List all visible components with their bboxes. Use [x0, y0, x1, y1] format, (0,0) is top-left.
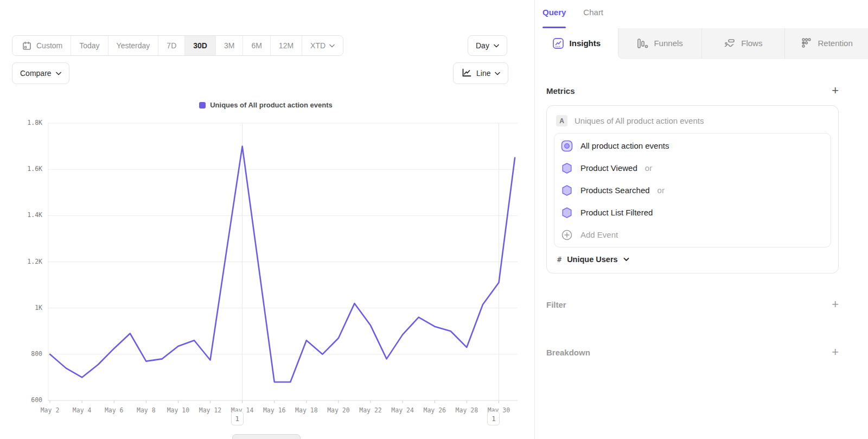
view-tabs: QueryChart: [535, 0, 868, 28]
tab-flows[interactable]: Flows: [701, 28, 785, 59]
add-metric-button[interactable]: +: [832, 85, 839, 97]
add-breakdown-button[interactable]: +: [832, 346, 839, 358]
y-axis-tick-label: 1.8K: [12, 119, 42, 126]
line-chart[interactable]: 1.8K1.6K1.4K1.2K1K800600May 2May 4May 6M…: [12, 120, 528, 435]
event-label: Products Searched: [580, 186, 650, 195]
chevron-down-icon: [329, 44, 335, 48]
retention-icon: [801, 37, 813, 49]
tab-retention[interactable]: Retention: [784, 28, 868, 59]
series-label: Uniques of All product action events: [575, 116, 704, 125]
y-axis-tick-label: 600: [12, 396, 42, 404]
date-range-custom[interactable]: Custom: [12, 36, 71, 55]
date-range-3m[interactable]: 3M: [215, 36, 242, 55]
plus-circle-icon: [561, 229, 573, 241]
horizontal-scrollbar[interactable]: [232, 434, 301, 439]
event-row[interactable]: All product action events: [554, 135, 831, 157]
date-range-label: 12M: [279, 41, 293, 50]
date-range-12m[interactable]: 12M: [270, 36, 302, 55]
query-panel: QueryChart InsightsFunnelsFlowsRetention…: [534, 0, 868, 439]
legend-label: Uniques of All product action events: [210, 101, 333, 109]
tab-query[interactable]: Query: [542, 8, 566, 28]
chevron-down-icon: [495, 72, 500, 75]
line-chart-icon: [461, 68, 472, 79]
metrics-section-header: Metrics +: [546, 85, 839, 97]
metrics-title: Metrics: [546, 86, 575, 96]
date-range-label: 30D: [193, 41, 207, 50]
legend-swatch: [199, 102, 206, 109]
add-event-label: Add Event: [580, 230, 618, 239]
date-range-label: Yesterday: [117, 41, 150, 50]
granularity-label: Day: [476, 41, 489, 50]
tab-label: Insights: [570, 39, 601, 48]
chart-legend: Uniques of All product action events: [12, 101, 520, 109]
event-hexagon-icon: [561, 162, 573, 174]
event-row[interactable]: Products Searchedor: [554, 179, 831, 201]
date-range-label: Custom: [36, 41, 62, 50]
breakdown-title: Breakdown: [546, 348, 590, 357]
breakdown-section-header: Breakdown +: [546, 346, 839, 358]
chart-type-label: Line: [476, 69, 490, 78]
or-connector: or: [645, 163, 652, 173]
event-label: All product action events: [580, 141, 669, 150]
flows-icon: [724, 37, 736, 49]
date-range-label: Today: [79, 41, 99, 50]
y-axis-tick-label: 1K: [12, 304, 42, 311]
date-range-label: 6M: [251, 41, 261, 50]
filter-section-header: Filter +: [546, 298, 839, 310]
date-range-label: 3M: [224, 41, 234, 50]
annotation-badge[interactable]: 1: [487, 411, 500, 425]
tab-chart[interactable]: Chart: [583, 8, 603, 28]
chevron-down-icon: [623, 257, 629, 262]
event-list: All product action eventsProduct Viewedo…: [554, 133, 831, 247]
chevron-down-icon: [56, 72, 61, 75]
event-row[interactable]: Product List Filtered: [554, 201, 831, 224]
chevron-down-icon: [494, 44, 499, 48]
tab-insights[interactable]: Insights: [535, 28, 618, 59]
y-axis-tick-label: 1.6K: [12, 165, 42, 173]
event-label: Product Viewed: [580, 163, 637, 173]
all-events-icon: [561, 140, 573, 152]
funnels-icon: [636, 37, 648, 49]
hash-icon: #: [557, 255, 561, 264]
y-axis-tick-label: 1.2K: [12, 258, 42, 265]
report-tabs: InsightsFunnelsFlowsRetention: [535, 28, 868, 59]
date-range-7d[interactable]: 7D: [158, 36, 184, 55]
compare-dropdown[interactable]: Compare: [12, 62, 69, 84]
tab-funnels[interactable]: Funnels: [618, 28, 701, 59]
series-letter-badge: A: [556, 115, 567, 126]
aggregation-dropdown[interactable]: # Unique Users: [557, 255, 831, 264]
chart-type-dropdown[interactable]: Line: [453, 62, 508, 84]
date-range-today[interactable]: Today: [71, 36, 107, 55]
or-connector: or: [658, 186, 665, 195]
metric-series-row: A Uniques of All product action events: [554, 113, 831, 133]
chart-line-svg: [48, 120, 520, 420]
filter-title: Filter: [546, 300, 566, 309]
add-event-button[interactable]: Add Event: [554, 224, 831, 246]
add-filter-button[interactable]: +: [832, 298, 839, 310]
calendar-icon: [21, 41, 33, 50]
event-label: Product List Filtered: [580, 208, 653, 217]
tab-label: Flows: [741, 39, 762, 48]
event-row[interactable]: Product Viewedor: [554, 157, 831, 179]
annotation-badge[interactable]: 1: [231, 411, 244, 425]
date-range-label: XTD: [310, 41, 326, 50]
insights-report-page: CustomTodayYesterday7D30D3M6M12MXTD Day …: [0, 0, 868, 439]
tab-label: Funnels: [654, 39, 682, 48]
date-range-30d[interactable]: 30D: [184, 36, 215, 55]
y-axis-tick-label: 800: [12, 350, 42, 358]
query-builder: Metrics + A Uniques of All product actio…: [535, 85, 868, 358]
compare-label: Compare: [20, 69, 52, 78]
date-range-yesterday[interactable]: Yesterday: [108, 36, 158, 55]
event-hexagon-icon: [561, 207, 573, 219]
date-range-label: 7D: [167, 41, 176, 50]
y-axis-tick-label: 1.4K: [12, 211, 42, 219]
date-range-6m[interactable]: 6M: [242, 36, 270, 55]
metric-card: A Uniques of All product action events A…: [546, 105, 839, 273]
event-hexagon-icon: [561, 184, 573, 196]
date-range-control: CustomTodayYesterday7D30D3M6M12MXTD: [12, 35, 343, 56]
insights-icon: [552, 37, 564, 49]
aggregation-label: Unique Users: [567, 255, 617, 264]
tab-label: Retention: [818, 39, 853, 48]
granularity-dropdown[interactable]: Day: [468, 35, 507, 56]
date-range-xtd[interactable]: XTD: [302, 36, 343, 55]
